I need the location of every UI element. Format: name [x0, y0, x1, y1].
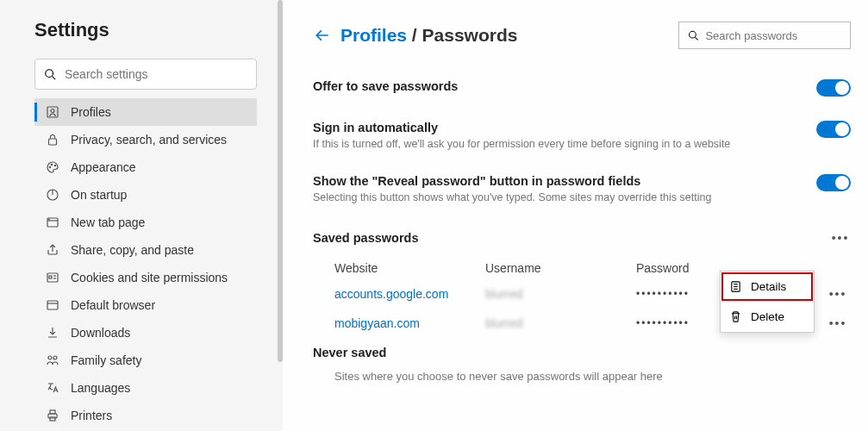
sidebar-item-label: Privacy, search, and services — [71, 133, 227, 147]
family-icon — [43, 353, 62, 368]
svg-point-20 — [53, 356, 57, 359]
toggle-offer-save[interactable] — [816, 79, 851, 97]
sidebar-item-downloads[interactable]: Downloads — [34, 319, 257, 347]
search-settings-input[interactable] — [65, 67, 247, 81]
sidebar-item-label: Downloads — [71, 326, 130, 340]
svg-point-12 — [49, 219, 50, 220]
password-username: blurred — [485, 316, 636, 330]
sidebar-nav: Profiles Privacy, search, and services A… — [34, 98, 257, 429]
power-icon — [43, 187, 62, 203]
sidebar-item-default-browser[interactable]: Default browser — [34, 291, 257, 319]
languages-icon — [43, 380, 62, 396]
search-icon — [44, 68, 56, 80]
svg-point-7 — [54, 165, 55, 166]
lock-icon — [43, 132, 62, 147]
sidebar-item-newtab[interactable]: New tab page — [34, 209, 257, 236]
svg-point-0 — [46, 70, 53, 78]
sidebar-item-languages[interactable]: Languages — [34, 374, 257, 402]
sidebar-scrollbar[interactable] — [278, 0, 283, 362]
search-passwords-input[interactable] — [705, 29, 841, 42]
saved-passwords-more[interactable]: ••• — [830, 228, 851, 248]
main-header: Profiles / Passwords — [313, 22, 851, 49]
settings-sidebar: Settings Profiles Privacy, search, and s… — [0, 0, 283, 431]
breadcrumb: Profiles / Passwords — [313, 25, 517, 46]
sidebar-item-label: On startup — [71, 188, 127, 202]
setting-reveal-password: Show the "Reveal password" button in pas… — [313, 174, 851, 203]
profile-icon — [43, 104, 62, 120]
sidebar-item-label: Cookies and site permissions — [71, 271, 228, 284]
setting-offer-save: Offer to save passwords — [313, 79, 851, 97]
sidebar-item-appearance[interactable]: Appearance — [34, 153, 257, 181]
sidebar-item-cookies[interactable]: Cookies and site permissions — [34, 264, 257, 291]
password-row-more[interactable]: ••• — [825, 287, 851, 301]
sidebar-item-share[interactable]: Share, copy, and paste — [34, 236, 257, 264]
svg-point-19 — [48, 356, 52, 359]
svg-rect-22 — [50, 410, 55, 414]
toggle-reveal-password[interactable] — [816, 174, 851, 191]
sidebar-item-label: New tab page — [71, 216, 145, 229]
svg-line-1 — [53, 77, 56, 80]
svg-point-5 — [49, 166, 50, 167]
password-website-link[interactable]: mobigyaan.com — [334, 316, 485, 330]
search-icon — [688, 29, 698, 41]
main-content: Profiles / Passwords Offer to save passw… — [283, 0, 868, 431]
setting-title: Sign in automatically — [313, 121, 799, 134]
context-menu-details[interactable]: Details — [721, 272, 814, 302]
breadcrumb-link[interactable]: Profiles — [340, 25, 407, 45]
sidebar-item-printers[interactable]: Printers — [34, 402, 257, 429]
permissions-icon — [43, 270, 62, 285]
sidebar-item-family[interactable]: Family safety — [34, 347, 257, 374]
column-username: Username — [485, 261, 636, 275]
never-saved-title: Never saved — [313, 346, 851, 359]
browser-icon — [43, 297, 62, 313]
svg-rect-4 — [49, 139, 57, 145]
context-menu-delete[interactable]: Delete — [721, 302, 814, 332]
setting-signin-auto: Sign in automatically If this is turned … — [313, 121, 851, 150]
saved-passwords-title: Saved passwords — [313, 231, 419, 245]
back-button[interactable] — [313, 26, 332, 45]
sidebar-item-label: Family safety — [71, 353, 141, 367]
sidebar-item-label: Share, copy, and paste — [71, 243, 194, 257]
svg-point-6 — [51, 164, 52, 165]
sidebar-item-startup[interactable]: On startup — [34, 181, 257, 209]
search-passwords[interactable] — [678, 22, 851, 49]
palette-icon — [43, 159, 62, 175]
trash-icon — [729, 310, 742, 323]
setting-desc: Selecting this button shows what you've … — [313, 191, 799, 203]
breadcrumb-current: Passwords — [422, 25, 518, 45]
svg-point-24 — [690, 31, 696, 38]
sidebar-item-label: Printers — [71, 409, 112, 422]
password-username: blurred — [485, 287, 636, 301]
sidebar-item-label: Appearance — [71, 160, 136, 174]
sidebar-item-profiles[interactable]: Profiles — [34, 98, 257, 126]
settings-title: Settings — [34, 19, 257, 41]
password-row-more[interactable]: ••• — [825, 316, 851, 330]
toggle-signin-auto[interactable] — [816, 121, 851, 138]
setting-title: Offer to save passwords — [313, 79, 799, 93]
breadcrumb-sep: / — [407, 25, 422, 45]
printer-icon — [43, 408, 62, 423]
never-saved-desc: Sites where you choose to never save pas… — [313, 370, 851, 383]
password-website-link[interactable]: accounts.google.com — [334, 287, 485, 301]
sidebar-item-privacy[interactable]: Privacy, search, and services — [34, 126, 257, 153]
sidebar-item-label: Default browser — [71, 298, 155, 312]
context-menu-label: Details — [751, 280, 786, 293]
share-icon — [43, 242, 62, 258]
arrow-left-icon — [315, 28, 330, 43]
download-icon — [43, 325, 62, 340]
details-icon — [729, 280, 742, 293]
newtab-icon — [43, 215, 62, 230]
svg-rect-17 — [47, 301, 58, 309]
context-menu: Details Delete — [720, 271, 815, 333]
svg-rect-14 — [49, 276, 52, 278]
search-settings[interactable] — [34, 59, 257, 90]
sidebar-item-label: Languages — [71, 381, 130, 395]
context-menu-label: Delete — [751, 310, 784, 323]
saved-passwords-header: Saved passwords ••• — [313, 228, 851, 248]
svg-line-25 — [696, 37, 698, 40]
sidebar-item-label: Profiles — [71, 105, 111, 119]
svg-point-3 — [51, 109, 54, 113]
column-website: Website — [334, 261, 485, 275]
setting-desc: If this is turned off, we'll ask you for… — [313, 138, 799, 150]
setting-title: Show the "Reveal password" button in pas… — [313, 174, 799, 188]
